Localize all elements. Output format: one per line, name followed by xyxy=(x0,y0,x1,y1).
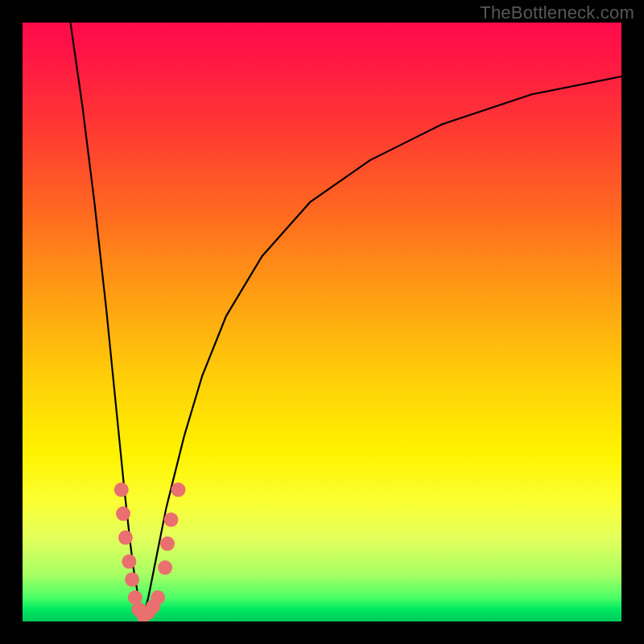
data-marker xyxy=(114,482,129,497)
data-marker xyxy=(164,513,179,527)
data-marker xyxy=(171,482,185,497)
marker-layer xyxy=(114,482,186,621)
data-marker xyxy=(160,536,175,551)
data-marker xyxy=(116,506,130,521)
chart-svg xyxy=(23,23,621,621)
plot-area xyxy=(23,23,621,621)
right-branch-curve xyxy=(142,76,621,621)
left-branch-curve xyxy=(71,23,142,621)
data-marker xyxy=(151,590,165,605)
data-marker xyxy=(122,555,136,569)
data-marker xyxy=(118,530,133,545)
data-marker xyxy=(158,560,172,575)
watermark-text: TheBottleneck.com xyxy=(480,2,634,23)
outer-frame: TheBottleneck.com xyxy=(0,0,644,644)
curve-layer xyxy=(71,23,621,621)
data-marker xyxy=(125,572,139,587)
